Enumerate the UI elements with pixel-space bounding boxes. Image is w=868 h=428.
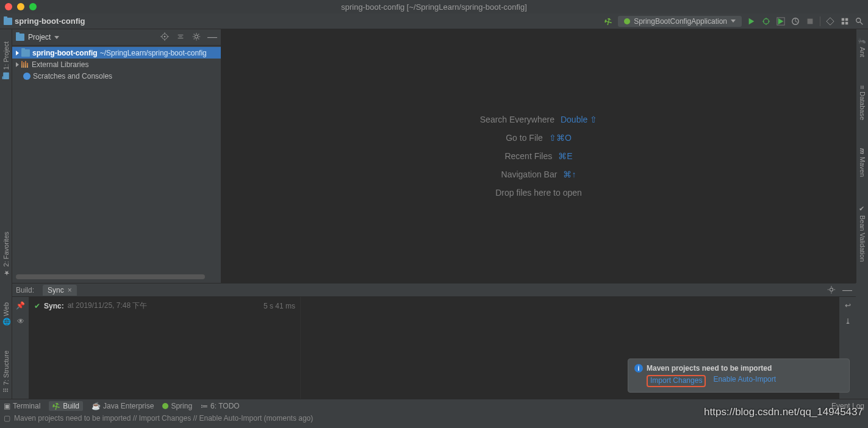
tree-label: Scratches and Consoles — [33, 72, 112, 80]
gear-icon[interactable] — [192, 32, 201, 41]
tree-row-scratches[interactable]: Scratches and Consoles — [12, 70, 221, 82]
build-duration: 5 s 41 ms — [264, 302, 295, 310]
editor-placeholder: Search EverywhereDouble ⇧ Go to File⇧⌘O … — [221, 29, 856, 283]
eye-icon[interactable]: 👁 — [16, 316, 26, 326]
titlebar: spring-boot-config [~/SpringLearn/spring… — [0, 0, 868, 13]
gear-icon[interactable] — [827, 285, 836, 294]
tree-row-external-libs[interactable]: External Libraries — [12, 59, 221, 70]
build-left-gutter: 📌 👁 — [12, 297, 29, 399]
folder-icon — [16, 34, 24, 41]
tool-database[interactable]: ≡Database — [859, 85, 866, 121]
svg-line-13 — [860, 21, 863, 24]
svg-point-12 — [856, 18, 861, 22]
project-panel-title[interactable]: Project — [28, 33, 51, 41]
right-tool-gutter: 🐜Ant ≡Database mMaven ✔Bean Validation — [856, 29, 868, 283]
chevron-right-icon[interactable] — [16, 62, 19, 67]
separator — [820, 16, 820, 26]
pin-icon[interactable]: 📌 — [16, 301, 26, 310]
close-icon[interactable]: × — [68, 286, 72, 294]
spring-icon — [624, 18, 630, 24]
git-icon[interactable] — [825, 16, 835, 26]
build-tree[interactable]: ✔ Sync: at 2019/11/25, 7:48 下午 5 s 41 ms — [29, 297, 301, 399]
collapse-icon[interactable] — [176, 32, 185, 41]
tool-bean-validation[interactable]: ✔Bean Validation — [858, 205, 866, 262]
profile-icon[interactable] — [791, 16, 800, 26]
import-changes-link[interactable]: Import Changes — [647, 375, 706, 387]
horizontal-scrollbar[interactable] — [16, 274, 217, 280]
hint-navigation-bar: Navigation Bar⌘↑ — [501, 169, 576, 179]
tool-maven[interactable]: mMaven — [859, 148, 866, 177]
svg-point-32 — [830, 288, 833, 291]
scroll-end-icon[interactable]: ⤓ — [843, 316, 853, 326]
run-icon[interactable] — [747, 16, 756, 26]
chevron-down-icon — [731, 20, 736, 23]
run-config-selector[interactable]: SpringBootConfigApplication — [618, 16, 742, 27]
chevron-down-icon[interactable] — [54, 36, 59, 39]
stop-icon — [805, 16, 815, 26]
tool-ant[interactable]: 🐜Ant — [858, 37, 866, 57]
todo-icon: ≔ — [201, 402, 208, 410]
chevron-right-icon[interactable] — [16, 51, 19, 55]
build-row-sync[interactable]: ✔ Sync: at 2019/11/25, 7:48 下午 5 s 41 ms — [34, 301, 295, 311]
enable-auto-import-link[interactable]: Enable Auto-Import — [713, 375, 776, 387]
libraries-icon — [21, 61, 29, 68]
build-sync-label: Sync: — [44, 302, 64, 310]
project-panel: Project — spring-boot-config ~/SpringLea… — [12, 29, 221, 283]
hammer-icon: ⚒ — [51, 399, 62, 412]
project-panel-header: Project — — [12, 29, 221, 46]
svg-rect-11 — [845, 21, 848, 24]
locate-icon[interactable] — [160, 32, 170, 41]
tab-terminal[interactable]: ▣Terminal — [4, 402, 40, 410]
svg-point-0 — [764, 18, 769, 24]
build-sync-time: at 2019/11/25, 7:48 下午 — [68, 301, 148, 311]
tab-java-enterprise[interactable]: ☕Java Enterprise — [91, 402, 154, 410]
left-tool-gutter-bottom: 🌐Web ⠿7: Structure — [0, 283, 12, 399]
tool-web[interactable]: 🌐Web — [2, 302, 10, 326]
hide-icon[interactable]: — — [842, 285, 852, 296]
build-tab-sync[interactable]: Sync× — [43, 285, 77, 296]
tool-project[interactable]: 1: Project — [2, 41, 10, 79]
breadcrumb[interactable]: spring-boot-config — [4, 16, 85, 26]
svg-point-15 — [164, 36, 166, 38]
svg-rect-10 — [842, 21, 844, 24]
tree-path: ~/SpringLearn/spring-boot-config — [100, 49, 207, 57]
build-icon[interactable]: ⚒ — [601, 15, 615, 28]
search-icon[interactable] — [855, 16, 864, 26]
hide-icon[interactable]: — — [207, 32, 217, 43]
tab-todo[interactable]: ≔6: TODO — [201, 402, 240, 410]
status-message: Maven projects need to be imported // Im… — [14, 414, 313, 423]
svg-rect-9 — [845, 18, 848, 20]
run-config-name: SpringBootConfigApplication — [634, 17, 727, 26]
hint-go-to-file: Go to File⇧⌘O — [506, 133, 572, 143]
tab-spring[interactable]: Spring — [162, 402, 192, 410]
svg-rect-7 — [808, 18, 813, 24]
tab-event-log[interactable]: Event Log — [829, 402, 864, 410]
left-tool-gutter: 1: Project ★2: Favorites — [0, 29, 12, 283]
tree-label: External Libraries — [32, 60, 88, 69]
svg-line-31 — [198, 34, 199, 35]
tool-favorites[interactable]: ★2: Favorites — [2, 232, 10, 277]
debug-icon[interactable] — [761, 16, 771, 26]
window-icon[interactable]: ▢ — [4, 414, 10, 423]
tab-build[interactable]: ⚒Build — [49, 401, 83, 411]
build-header-label: Build: — [16, 286, 34, 294]
status-bar: ▣Terminal ⚒Build ☕Java Enterprise Spring… — [0, 399, 868, 412]
info-icon: i — [634, 364, 643, 373]
toolbar: spring-boot-config ⚒ SpringBootConfigApp… — [0, 13, 868, 29]
soft-wrap-icon[interactable]: ↩ — [843, 301, 853, 310]
tree-row-project-root[interactable]: spring-boot-config ~/SpringLearn/spring-… — [12, 47, 221, 59]
tool-structure[interactable]: ⠿7: Structure — [2, 351, 10, 393]
project-tree[interactable]: spring-boot-config ~/SpringLearn/spring-… — [12, 46, 221, 273]
tree-label: spring-boot-config — [32, 49, 98, 57]
popup-title: Maven projects need to be imported — [647, 364, 772, 373]
main-area: 1: Project ★2: Favorites Project — sprin… — [0, 29, 868, 283]
status-message-bar: ▢ Maven projects need to be imported // … — [0, 412, 868, 424]
build-panel-header: Build: Sync× — — [12, 284, 856, 297]
project-structure-icon[interactable] — [840, 16, 850, 26]
maven-import-popup: i Maven projects need to be imported Imp… — [628, 358, 850, 393]
window-title: spring-boot-config [~/SpringLearn/spring… — [0, 2, 868, 12]
coverage-icon[interactable] — [776, 16, 786, 26]
build-panel: Build: Sync× — 📌 👁 ✔ Sync: at 2019/11/25… — [12, 283, 856, 399]
svg-point-23 — [195, 35, 198, 38]
hint-drop-files: Drop files here to open — [495, 188, 582, 198]
